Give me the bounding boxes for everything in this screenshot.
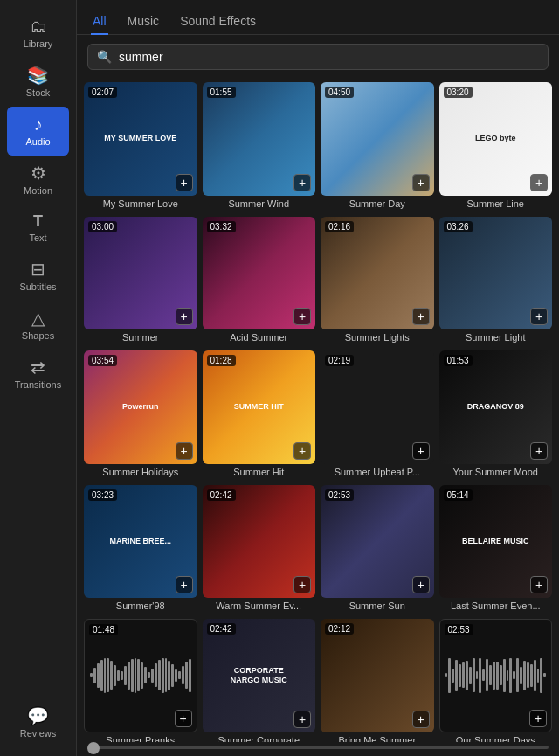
reviews-icon: 💬	[27, 707, 49, 725]
card-thumbnail: 03:26 +	[439, 217, 553, 330]
scrollbar-thumb[interactable]	[87, 742, 100, 754]
card-item-16[interactable]: BELLAIRE MUSIC 05:14 + Last Summer Even.…	[439, 485, 553, 614]
add-button[interactable]: +	[293, 442, 311, 460]
add-button[interactable]: +	[293, 711, 311, 728]
duration-badge: 01:48	[89, 624, 118, 635]
search-icon: 🔍	[97, 50, 112, 64]
card-item-15[interactable]: 02:53 + Summer Sun	[321, 485, 434, 614]
add-button[interactable]: +	[412, 442, 430, 460]
add-button[interactable]: +	[530, 308, 548, 325]
add-button[interactable]: +	[293, 174, 311, 191]
card-thumbnail: SUMMER HIT 01:28 +	[203, 350, 316, 464]
card-thumbnail: DRAGANOV 89 01:53 +	[439, 350, 553, 464]
card-item-3[interactable]: 04:50 + Summer Day	[321, 82, 434, 212]
card-item-9[interactable]: Powerrun 03:54 + Summer Holidays	[84, 350, 197, 480]
tab-all[interactable]: All	[91, 9, 108, 35]
motion-icon: ⚙	[31, 164, 46, 182]
sidebar-label-shapes: Shapes	[22, 330, 54, 341]
sidebar-item-library[interactable]: 🗂 Library	[0, 9, 76, 58]
add-button[interactable]: +	[293, 576, 311, 593]
duration-badge: 03:54	[88, 355, 117, 366]
card-label: Summer Sun	[321, 598, 434, 614]
card-item-18[interactable]: CORPORATE NARGO MUSIC 02:42 + Summer Cor…	[203, 619, 316, 742]
shapes-icon: △	[31, 309, 45, 327]
tab-music[interactable]: Music	[126, 9, 162, 35]
card-label: My Summer Love	[84, 196, 197, 212]
card-item-6[interactable]: 03:32 + Acid Summer	[203, 217, 316, 346]
sidebar-item-audio[interactable]: ♪ Audio	[7, 107, 69, 156]
card-item-2[interactable]: 01:55 + Summer Wind	[203, 82, 316, 212]
duration-badge: 03:26	[444, 221, 473, 232]
text-icon: T	[33, 213, 43, 229]
add-button[interactable]: +	[176, 576, 193, 593]
card-thumbnail: 03:00 +	[84, 217, 197, 330]
transitions-icon: ⇄	[31, 358, 45, 376]
sidebar-label-reviews: Reviews	[20, 728, 57, 739]
duration-badge: 01:28	[207, 355, 236, 366]
card-label: Summer Line	[439, 196, 553, 212]
card-label: Summer Holidays	[84, 464, 197, 480]
card-item-5[interactable]: 03:00 + Summer	[84, 217, 197, 346]
add-button[interactable]: +	[412, 174, 430, 191]
duration-badge: 03:00	[88, 221, 117, 232]
card-thumbnail: 04:50 +	[321, 82, 434, 196]
card-item-14[interactable]: 02:42 + Warm Summer Ev...	[203, 485, 316, 614]
sidebar-label-audio: Audio	[25, 136, 50, 147]
add-button[interactable]: +	[412, 711, 430, 728]
card-item-4[interactable]: LEGO byte 03:20 + Summer Line	[439, 82, 553, 212]
add-button[interactable]: +	[530, 442, 548, 460]
card-item-12[interactable]: DRAGANOV 89 01:53 + Your Summer Mood	[439, 350, 553, 480]
sidebar-label-subtitles: Subtitles	[19, 281, 56, 292]
duration-badge: 05:14	[444, 489, 473, 501]
duration-badge: 02:53	[445, 624, 473, 635]
card-label: Summer Lights	[321, 329, 434, 345]
card-item-10[interactable]: SUMMER HIT 01:28 + Summer Hit	[203, 350, 316, 480]
duration-badge: 03:20	[444, 87, 473, 98]
card-label: Summer Light	[439, 329, 553, 345]
card-item-20[interactable]: 02:53 + Our Summer Days	[439, 619, 553, 742]
sidebar-item-subtitles[interactable]: ⊟ Subtitles	[0, 252, 76, 301]
duration-badge: 02:07	[88, 87, 117, 98]
sidebar-item-shapes[interactable]: △ Shapes	[0, 301, 76, 350]
add-button[interactable]: +	[293, 308, 311, 325]
card-item-8[interactable]: 03:26 + Summer Light	[439, 217, 553, 346]
duration-badge: 03:32	[207, 221, 236, 232]
sidebar-item-motion[interactable]: ⚙ Motion	[0, 156, 76, 205]
search-input[interactable]	[119, 50, 539, 64]
sidebar-label-library: Library	[24, 38, 53, 49]
tab-sound-effects[interactable]: Sound Effects	[178, 9, 258, 35]
add-button[interactable]: +	[176, 442, 193, 460]
card-thumbnail: BELLAIRE MUSIC 05:14 +	[439, 485, 553, 599]
card-item-13[interactable]: MARINE BREE... 03:23 + Summer'98	[84, 485, 197, 614]
add-button[interactable]: +	[530, 576, 548, 593]
add-button[interactable]: +	[176, 308, 193, 325]
stock-icon: 📚	[27, 66, 49, 84]
sidebar-item-text[interactable]: T Text	[0, 205, 76, 252]
add-button[interactable]: +	[412, 576, 430, 593]
duration-badge: 02:19	[325, 355, 354, 366]
card-item-17[interactable]: 01:48 + Summer Pranks	[84, 619, 197, 742]
card-label: Bring Me Summer	[321, 732, 434, 743]
card-item-1[interactable]: MY SUMMER LOVE 02:07 + My Summer Love	[84, 82, 197, 212]
card-label: Our Summer Days	[439, 732, 553, 743]
add-button[interactable]: +	[412, 308, 430, 325]
subtitles-icon: ⊟	[31, 260, 45, 278]
sidebar-label-text: Text	[29, 232, 46, 243]
scrollbar-track[interactable]	[87, 746, 549, 749]
card-thumbnail: 02:16 +	[321, 217, 434, 330]
sidebar-item-stock[interactable]: 📚 Stock	[0, 58, 76, 107]
card-label: Summer Corporate	[203, 732, 316, 743]
sidebar-item-transitions[interactable]: ⇄ Transitions	[0, 350, 76, 399]
card-label: Summer Wind	[203, 196, 316, 212]
add-button[interactable]: +	[176, 174, 193, 191]
card-item-7[interactable]: 02:16 + Summer Lights	[321, 217, 434, 346]
sidebar-item-reviews[interactable]: 💬 Reviews	[0, 698, 76, 747]
card-item-11[interactable]: 02:19 + Summer Upbeat P...	[321, 350, 434, 480]
add-button[interactable]: +	[529, 710, 547, 727]
add-button[interactable]: +	[530, 174, 548, 191]
card-thumbnail: Powerrun 03:54 +	[84, 350, 197, 464]
add-button[interactable]: +	[175, 710, 192, 727]
card-item-19[interactable]: 02:12 + Bring Me Summer	[321, 619, 434, 742]
duration-badge: 02:42	[207, 623, 236, 635]
card-thumbnail: LEGO byte 03:20 +	[439, 82, 553, 196]
